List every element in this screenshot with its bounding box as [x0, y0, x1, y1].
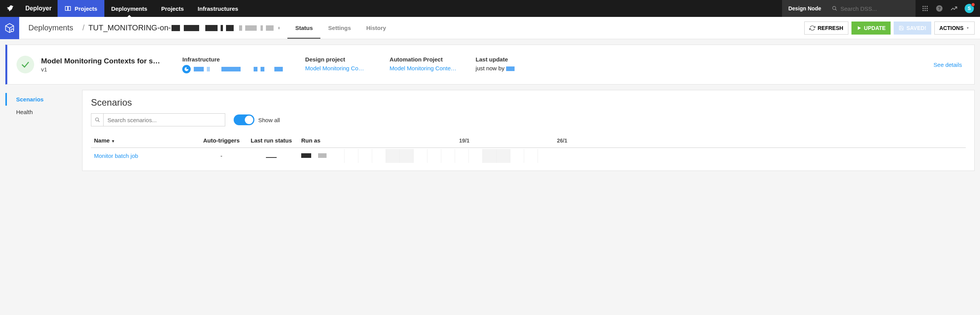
refresh-icon: [809, 25, 815, 31]
infrastructure-value[interactable]: [182, 65, 286, 73]
scenario-name-link[interactable]: Monitor batch job: [94, 153, 138, 159]
search-icon: [91, 114, 104, 126]
showall-label: Show all: [258, 117, 280, 123]
svg-line-17: [98, 121, 99, 122]
nav-projects-main[interactable]: Projects: [58, 0, 104, 17]
svg-rect-0: [66, 7, 68, 11]
design-project-link[interactable]: Model Monitoring Co…: [305, 65, 370, 71]
tab-settings[interactable]: Settings: [320, 17, 358, 39]
nav-infrastructures[interactable]: Infrastructures: [191, 0, 245, 17]
design-node-button[interactable]: Design Node: [782, 0, 827, 17]
deployer-label: Deployer: [19, 0, 58, 17]
showall-toggle[interactable]: Show all: [234, 114, 280, 125]
svg-point-6: [927, 6, 928, 7]
panel-title: Scenarios: [91, 97, 966, 108]
save-icon: [899, 25, 904, 31]
user-avatar[interactable]: S: [965, 4, 974, 13]
scenario-auto: -: [198, 148, 244, 164]
svg-rect-1: [68, 7, 71, 11]
toggle-switch[interactable]: [234, 114, 254, 125]
saved-button: SAVED!: [894, 22, 931, 35]
svg-point-9: [927, 8, 928, 9]
actions-dropdown[interactable]: ACTIONS: [934, 22, 975, 35]
infrastructure-icon: [182, 65, 191, 73]
svg-point-5: [925, 6, 926, 7]
notification-dot: [971, 3, 975, 7]
nav-deployments[interactable]: Deployments: [104, 0, 154, 17]
apps-icon[interactable]: [922, 5, 929, 12]
scenarios-panel: Scenarios Show all Name▼ Auto-triggers: [82, 90, 975, 171]
sidenav-scenarios[interactable]: Scenarios: [5, 93, 82, 106]
search-icon: [832, 5, 837, 12]
global-search-input[interactable]: [840, 5, 911, 12]
help-icon[interactable]: ?: [935, 5, 943, 12]
svg-point-2: [833, 7, 836, 10]
svg-point-8: [925, 8, 926, 9]
svg-point-16: [95, 118, 98, 121]
automation-project-label: Automation Project: [389, 56, 456, 63]
breadcrumb-separator: /: [82, 23, 85, 32]
status-badge: [16, 56, 34, 73]
infrastructure-label: Infrastructure: [182, 56, 286, 63]
projects-icon: [64, 5, 71, 12]
activity-icon[interactable]: [950, 5, 958, 12]
checkmark-icon: [20, 60, 30, 70]
svg-point-11: [925, 10, 926, 11]
svg-point-15: [11, 29, 14, 32]
tab-status[interactable]: Status: [287, 17, 320, 39]
sort-caret-icon: ▼: [111, 139, 115, 143]
svg-text:?: ?: [938, 6, 940, 11]
side-nav: Scenarios Health: [5, 90, 82, 171]
subheader-tabs: Status Settings History: [287, 17, 394, 39]
svg-point-10: [922, 10, 924, 11]
deployment-id: TUT_MONITORING-on-: [88, 23, 280, 32]
global-search[interactable]: [827, 0, 916, 17]
svg-point-7: [922, 8, 924, 9]
table-row[interactable]: Monitor batch job -: [91, 148, 966, 164]
scenario-calendar: [344, 148, 966, 164]
nav-projects-label: Projects: [74, 5, 97, 12]
play-icon: [856, 25, 862, 31]
summary-version: v1: [41, 66, 160, 73]
breadcrumb-deployments[interactable]: Deployments: [19, 23, 79, 32]
cube-icon: [4, 23, 15, 33]
svg-point-4: [922, 6, 924, 7]
design-project-label: Design project: [305, 56, 370, 63]
col-auto[interactable]: Auto-triggers: [198, 133, 244, 148]
summary-title: Model Monitoring Contexts for s…: [41, 57, 160, 65]
col-runas[interactable]: Run as: [298, 133, 344, 148]
last-update-label: Last update: [476, 56, 526, 63]
tab-history[interactable]: History: [359, 17, 394, 39]
last-update-value: just now by: [476, 65, 526, 71]
scenario-search-input[interactable]: [104, 117, 225, 123]
svg-point-12: [927, 10, 928, 11]
bird-icon: [5, 4, 14, 13]
avatar-initial: S: [968, 6, 971, 11]
update-button[interactable]: UPDATE: [851, 22, 891, 35]
automation-project-link[interactable]: Model Monitoring Conte…: [389, 65, 456, 71]
caret-down-icon: [966, 26, 970, 30]
col-calendar: 19/1 26/1: [344, 133, 966, 148]
col-name[interactable]: Name▼: [91, 133, 198, 148]
nav-projects[interactable]: Projects: [154, 0, 191, 17]
deployment-icon[interactable]: [0, 17, 19, 39]
summary-card: Model Monitoring Contexts for s… v1 Infr…: [5, 45, 975, 85]
col-lastrun[interactable]: Last run status: [244, 133, 298, 148]
cal-date-2: 26/1: [528, 138, 597, 144]
subheader: Deployments / TUT_MONITORING-on- Status …: [0, 17, 980, 39]
content-area: Scenarios Health Scenarios Show all Name…: [5, 90, 975, 171]
refresh-button[interactable]: REFRESH: [804, 22, 848, 35]
scenario-runas: [298, 148, 344, 164]
scenarios-table: Name▼ Auto-triggers Last run status Run …: [91, 133, 966, 164]
top-navbar: Deployer Projects Deployments Projects I…: [0, 0, 980, 17]
cal-date-1: 19/1: [430, 138, 499, 144]
summary-heading: Model Monitoring Contexts for s… v1: [41, 57, 160, 73]
see-details-link[interactable]: See details: [934, 61, 962, 68]
svg-line-3: [835, 9, 837, 11]
sidenav-health[interactable]: Health: [5, 106, 82, 118]
app-logo[interactable]: [0, 0, 19, 17]
scenario-searchbox[interactable]: [91, 113, 225, 126]
scenario-lastrun: [244, 148, 298, 164]
